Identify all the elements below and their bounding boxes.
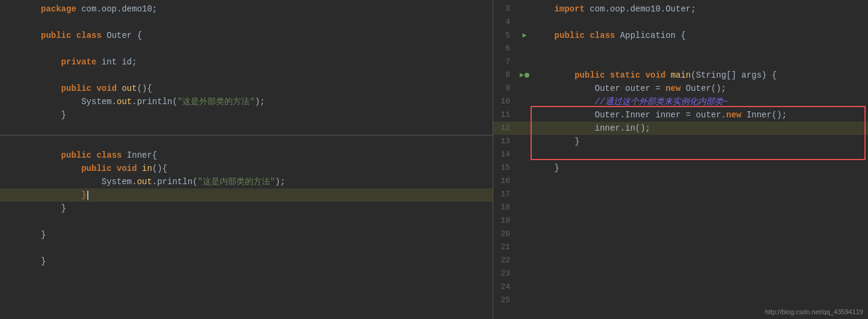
code-line: public void out(){ bbox=[0, 82, 493, 95]
code-line: 14 bbox=[493, 148, 868, 161]
code-line: 18 bbox=[493, 201, 868, 214]
code-line: 22 bbox=[493, 254, 868, 267]
code-line: System.out.println("这是内部类的方法"); bbox=[0, 175, 493, 188]
watermark: http://blog.csdn.net/qq_43594119 bbox=[765, 308, 863, 315]
code-line: public class Inner{ bbox=[0, 149, 493, 162]
code-line: 15 } bbox=[493, 161, 868, 175]
code-line bbox=[0, 16, 493, 29]
code-line: 23 bbox=[493, 267, 868, 280]
code-line: } bbox=[0, 108, 493, 122]
code-line: package com.oop.demo10; bbox=[0, 2, 493, 16]
code-line: 21 bbox=[493, 241, 868, 254]
code-line: 6 bbox=[493, 42, 868, 55]
code-line: 25 bbox=[493, 294, 868, 307]
right-code-area: 3 import com.oop.demo10.Outer; 4 5 ▶ pub… bbox=[493, 0, 868, 309]
code-line-inbox: 12 inner.in(); bbox=[493, 122, 868, 135]
code-line bbox=[0, 215, 493, 228]
code-line: private int id; bbox=[0, 55, 493, 69]
code-line: } bbox=[0, 202, 493, 215]
run-arrow-icon: ▶ bbox=[520, 69, 524, 82]
code-line: public class Outer { bbox=[0, 29, 493, 42]
code-line: 3 import com.oop.demo10.Outer; bbox=[493, 2, 868, 16]
code-line: 13 } bbox=[493, 135, 868, 148]
code-line: } bbox=[0, 255, 493, 268]
code-line bbox=[0, 122, 493, 135]
code-line-cursor: } bbox=[0, 188, 493, 202]
right-editor-pane: 3 import com.oop.demo10.Outer; 4 5 ▶ pub… bbox=[493, 0, 868, 319]
code-line bbox=[0, 241, 493, 255]
code-line bbox=[0, 135, 493, 149]
code-line: 8 ▶ public static void main(String[] arg… bbox=[493, 69, 868, 82]
breakpoint-dot bbox=[525, 73, 529, 78]
code-line: 24 bbox=[493, 280, 868, 294]
code-line-inbox: 9 Outer outer = new Outer(); bbox=[493, 82, 868, 95]
left-editor-pane: package com.oop.demo10; public class Out… bbox=[0, 0, 493, 319]
left-code-area: package com.oop.demo10; public class Out… bbox=[0, 0, 493, 270]
code-line: 16 bbox=[493, 175, 868, 188]
code-line: 5 ▶ public class Application { bbox=[493, 29, 868, 42]
code-line-inbox: 10 //通过这个外部类来实例化内部类~ bbox=[493, 95, 868, 108]
code-line: } bbox=[0, 228, 493, 241]
code-line: 17 bbox=[493, 188, 868, 201]
code-line bbox=[0, 69, 493, 82]
code-line: 4 bbox=[493, 16, 868, 29]
code-line: System.out.println("这是外部类的方法"); bbox=[0, 95, 493, 108]
code-line: 19 bbox=[493, 214, 868, 228]
run-arrow-icon: ▶ bbox=[522, 29, 526, 42]
code-line: public void in(){ bbox=[0, 162, 493, 175]
code-line-inbox: 11 Outer.Inner inner = outer.new Inner()… bbox=[493, 108, 868, 122]
code-line: 7 bbox=[493, 55, 868, 69]
code-line: 20 bbox=[493, 228, 868, 241]
code-line bbox=[0, 42, 493, 55]
